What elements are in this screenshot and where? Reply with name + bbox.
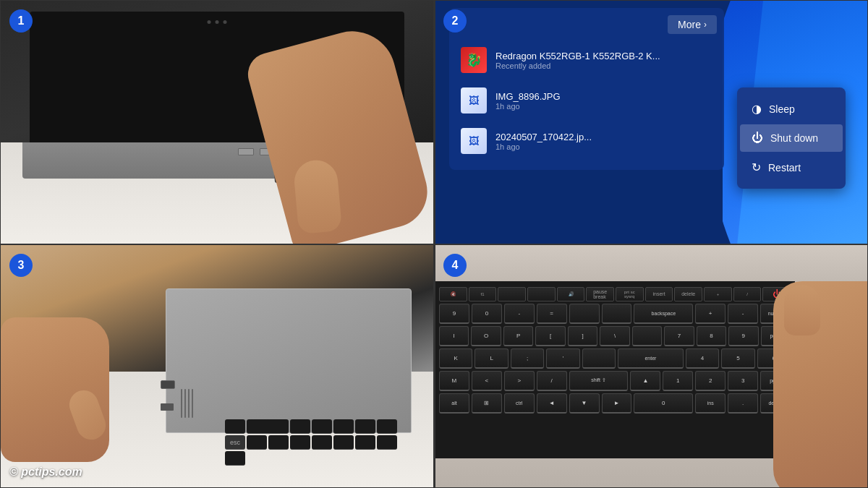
key-0[interactable]: 0: [472, 304, 502, 324]
key-num7[interactable]: 7: [664, 326, 694, 346]
key-M[interactable]: M: [439, 371, 469, 391]
fn-key-slash-top[interactable]: /: [733, 287, 762, 301]
shutdown-icon: ⏻: [752, 132, 763, 145]
key-quote[interactable]: ': [546, 348, 579, 369]
kl-row: K L ; ' enter 4 5 6: [439, 348, 791, 369]
key-num1[interactable]: 1: [663, 371, 693, 391]
key-semicolon[interactable]: ;: [511, 348, 544, 369]
start-panel: More › 🐉 Redragon K552RGB-1 K552RGB-2 K.…: [449, 8, 724, 170]
usb-port-1: [238, 148, 254, 155]
recent-item-redragon[interactable]: 🐉 Redragon K552RGB-1 K552RGB-2 K... Rece…: [456, 41, 717, 79]
key-ctrl[interactable]: ctrl: [504, 393, 535, 414]
number-row: 9 0 - = backspace + - num lk: [439, 304, 791, 324]
key-numpad-minus[interactable]: -: [728, 304, 758, 324]
key-minus[interactable]: -: [504, 304, 535, 324]
power-menu: ◑ Sleep ⏻ Shut down ↻ Restart: [737, 87, 846, 189]
restart-icon: ↻: [752, 160, 761, 174]
fn-key-f3[interactable]: [527, 287, 556, 301]
image-file-icon-1: 🖼: [461, 87, 487, 114]
sleep-button[interactable]: ◑ Sleep: [740, 95, 843, 123]
usb-port-side: [161, 403, 174, 411]
img8896-title: IMG_8896.JPG: [495, 91, 561, 102]
img20240507-text: 20240507_170422.jp... 1h ago: [495, 132, 592, 151]
key-L[interactable]: L: [475, 348, 508, 369]
fn-key-plus-top[interactable]: +: [704, 287, 732, 301]
key-alt[interactable]: alt: [439, 393, 469, 414]
chevron-right-icon: ›: [704, 20, 707, 30]
fn-key-row: 🔇 f1 🔊 pausebreak prt scsysrq insert del…: [439, 287, 791, 301]
cell-3-charger: esc: [0, 244, 434, 489]
key-right[interactable]: ►: [602, 393, 632, 414]
cell-4-keyboard: 🔇 f1 🔊 pausebreak prt scsysrq insert del…: [434, 244, 868, 489]
redragon-icon: 🐉: [461, 47, 487, 73]
badge-1: 1: [9, 9, 33, 33]
recent-items-list: 🐉 Redragon K552RGB-1 K552RGB-2 K... Rece…: [456, 41, 717, 160]
badge-4: 4: [443, 254, 467, 277]
copyright-text: © pctips.com: [9, 466, 82, 479]
key-K[interactable]: K: [439, 348, 472, 369]
bottom-row: alt ⊞ ctrl ◄ ▼ ► 0 ins . delete: [439, 393, 791, 414]
key-equals[interactable]: =: [537, 304, 567, 324]
key-num9[interactable]: 9: [728, 326, 758, 346]
key-num3[interactable]: 3: [728, 371, 758, 391]
cell-1-usb: 1: [0, 0, 434, 244]
sleep-icon: ◑: [752, 102, 762, 116]
img20240507-title: 20240507_170422.jp...: [495, 132, 592, 142]
key-num4[interactable]: 4: [686, 348, 719, 369]
fn-key-delete[interactable]: delete: [674, 287, 702, 301]
key-enter[interactable]: enter: [618, 348, 684, 369]
key-down[interactable]: ▼: [569, 393, 600, 414]
more-label: More: [678, 19, 701, 30]
fn-key-f5[interactable]: pausebreak: [586, 287, 614, 301]
key-up[interactable]: ▲: [630, 371, 660, 391]
key-shift[interactable]: shift ⇧: [569, 371, 629, 391]
key-left[interactable]: ◄: [537, 393, 567, 414]
key-num2[interactable]: 2: [695, 371, 726, 391]
img20240507-subtitle: 1h ago: [495, 142, 592, 151]
laptop-body-side: [166, 288, 412, 433]
key-dot[interactable]: .: [728, 393, 758, 414]
cell-2-windows: More › 🐉 Redragon K552RGB-1 K552RGB-2 K.…: [434, 0, 868, 244]
badge-2: 2: [443, 9, 467, 33]
key-lbracket[interactable]: [: [535, 326, 565, 346]
key-rbracket[interactable]: ]: [568, 326, 597, 346]
key-I[interactable]: I: [439, 326, 469, 346]
key-empty3: [632, 326, 662, 346]
key-backslash[interactable]: \: [600, 326, 629, 346]
key-comma[interactable]: <: [472, 371, 502, 391]
key-winkey[interactable]: ⊞: [472, 393, 502, 414]
badge-3: 3: [9, 254, 33, 277]
redragon-text: Redragon K552RGB-1 K552RGB-2 K... Recent…: [495, 51, 660, 70]
fn-key-insert[interactable]: insert: [645, 287, 673, 301]
key-numpad-plus[interactable]: +: [695, 304, 726, 324]
key-num0[interactable]: 0: [634, 393, 693, 414]
key-O[interactable]: O: [471, 326, 501, 346]
key-P[interactable]: P: [503, 326, 533, 346]
image-file-icon-2: 🖼: [461, 128, 487, 154]
recent-item-img20240507[interactable]: 🖼 20240507_170422.jp... 1h ago: [456, 122, 717, 160]
led-dots: [208, 20, 227, 24]
key-ins[interactable]: ins: [695, 393, 726, 414]
restart-button[interactable]: ↻ Restart: [740, 153, 843, 181]
key-num5[interactable]: 5: [721, 348, 754, 369]
redragon-title: Redragon K552RGB-1 K552RGB-2 K...: [495, 51, 660, 61]
fn-key-f6[interactable]: prt scsysrq: [616, 287, 644, 301]
key-9[interactable]: 9: [439, 304, 469, 324]
shutdown-button[interactable]: ⏻ Shut down: [740, 124, 843, 152]
finger-tip: [784, 285, 820, 335]
more-button[interactable]: More ›: [668, 15, 717, 34]
key-fwdslash[interactable]: /: [537, 371, 567, 391]
key-period[interactable]: >: [504, 371, 535, 391]
shutdown-label: Shut down: [770, 132, 818, 144]
key-empty2: [602, 304, 632, 324]
hand3: [1, 317, 109, 462]
vents: [181, 389, 193, 418]
fn-key-mute: 🔇: [439, 287, 467, 301]
fn-key-f1[interactable]: f1: [469, 287, 497, 301]
key-backspace[interactable]: backspace: [634, 304, 693, 324]
recent-item-img8896[interactable]: 🖼 IMG_8896.JPG 1h ago: [456, 82, 717, 119]
fn-key-f4[interactable]: 🔊: [557, 287, 585, 301]
hand4: [773, 281, 867, 489]
key-num8[interactable]: 8: [697, 326, 726, 346]
fn-key-f2[interactable]: [498, 287, 526, 301]
